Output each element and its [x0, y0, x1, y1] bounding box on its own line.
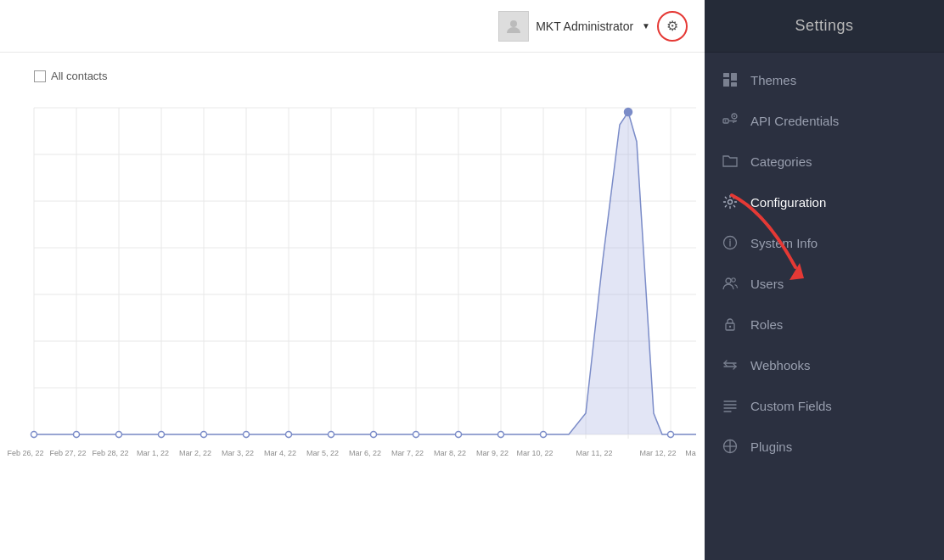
svg-point-34	[371, 432, 377, 438]
sidebar-item-configuration[interactable]: Configuration	[705, 182, 944, 222]
avatar	[498, 11, 529, 42]
settings-gear-button[interactable]: ⚙	[657, 11, 688, 42]
api-credentials-icon	[722, 112, 739, 129]
chart-legend: All contacts	[34, 70, 696, 82]
svg-text:Mar 12, 22: Mar 12, 22	[639, 449, 676, 457]
user-info: MKT Administrator ▼	[498, 11, 650, 42]
svg-point-37	[498, 432, 504, 438]
sidebar-item-users[interactable]: Users	[705, 263, 944, 304]
top-header: MKT Administrator ▼ ⚙	[0, 0, 705, 53]
svg-point-29	[159, 432, 165, 438]
sidebar-header: Settings	[705, 0, 944, 53]
svg-point-69	[728, 200, 733, 204]
chart-svg: Feb 26, 22 Feb 27, 22 Feb 28, 22 Mar 1, …	[0, 91, 696, 539]
svg-text:Mar: Mar	[685, 449, 696, 457]
themes-label: Themes	[750, 73, 796, 87]
svg-rect-59	[731, 73, 737, 81]
user-name: MKT Administrator	[536, 20, 633, 33]
svg-text:Mar 1, 22: Mar 1, 22	[137, 449, 169, 457]
svg-point-30	[201, 432, 207, 438]
svg-point-32	[286, 432, 292, 438]
custom-fields-icon	[722, 397, 739, 414]
svg-point-28	[116, 432, 122, 438]
themes-icon	[722, 71, 739, 88]
legend-checkbox[interactable]	[34, 70, 46, 82]
svg-point-72	[729, 239, 731, 241]
svg-text:Mar 10, 22: Mar 10, 22	[516, 449, 553, 457]
chart-area: All contacts	[0, 53, 705, 560]
roles-icon	[722, 316, 739, 333]
sidebar-item-roles[interactable]: Roles	[705, 304, 944, 344]
sidebar-item-webhooks[interactable]: Webhooks	[705, 344, 944, 385]
svg-point-76	[729, 326, 731, 328]
configuration-label: Configuration	[750, 195, 826, 210]
svg-text:Mar 5, 22: Mar 5, 22	[306, 449, 339, 457]
svg-rect-57	[723, 73, 729, 77]
svg-text:Mar 8, 22: Mar 8, 22	[434, 449, 466, 457]
plugins-icon	[722, 438, 739, 455]
users-icon	[722, 275, 739, 292]
sidebar-item-themes[interactable]: Themes	[705, 59, 944, 100]
svg-point-62	[725, 120, 727, 122]
svg-text:Mar 4, 22: Mar 4, 22	[264, 449, 296, 457]
svg-point-38	[541, 432, 547, 438]
main-content: MKT Administrator ▼ ⚙ All contacts	[0, 0, 705, 560]
svg-point-35	[413, 432, 419, 438]
settings-sidebar: Settings Themes	[705, 0, 944, 560]
categories-icon	[722, 153, 739, 170]
system-info-icon	[722, 234, 739, 251]
svg-text:Feb 26, 22: Feb 26, 22	[7, 449, 43, 457]
sidebar-item-plugins[interactable]: Plugins	[705, 426, 944, 467]
plugins-label: Plugins	[750, 440, 792, 454]
sidebar-item-system-info[interactable]: System Info	[705, 222, 944, 263]
custom-fields-label: Custom Fields	[750, 399, 832, 413]
api-credentials-label: API Credentials	[750, 114, 839, 128]
webhooks-icon	[722, 356, 739, 373]
categories-label: Categories	[750, 154, 812, 169]
svg-point-36	[456, 432, 462, 438]
roles-label: Roles	[750, 317, 783, 332]
sidebar-menu: Themes API Credentials	[705, 53, 944, 473]
svg-point-27	[74, 432, 80, 438]
sidebar-item-categories[interactable]: Categories	[705, 141, 944, 182]
user-dropdown-arrow[interactable]: ▼	[642, 21, 650, 31]
webhooks-label: Webhooks	[750, 358, 811, 372]
svg-point-1	[510, 20, 517, 27]
configuration-icon	[722, 193, 739, 210]
svg-point-31	[244, 432, 250, 438]
sidebar-item-custom-fields[interactable]: Custom Fields	[705, 385, 944, 426]
sidebar-item-api-credentials[interactable]: API Credentials	[705, 100, 944, 141]
svg-rect-60	[731, 82, 737, 87]
svg-point-73	[726, 278, 731, 283]
system-info-label: System Info	[750, 236, 818, 250]
svg-text:Mar 9, 22: Mar 9, 22	[476, 449, 509, 457]
svg-rect-58	[723, 79, 729, 87]
svg-text:Mar 6, 22: Mar 6, 22	[349, 449, 381, 457]
svg-text:Feb 28, 22: Feb 28, 22	[92, 449, 128, 457]
svg-text:Feb 27, 22: Feb 27, 22	[49, 449, 86, 457]
svg-point-74	[732, 278, 735, 282]
svg-point-26	[31, 432, 37, 438]
users-label: Users	[750, 277, 784, 291]
svg-text:Mar 3, 22: Mar 3, 22	[222, 449, 254, 457]
legend-label: All contacts	[51, 70, 107, 82]
svg-text:Mar 7, 22: Mar 7, 22	[391, 449, 424, 457]
svg-text:Mar 11, 22: Mar 11, 22	[576, 449, 612, 457]
sidebar-title: Settings	[795, 17, 853, 35]
svg-point-33	[329, 432, 334, 438]
svg-point-40	[668, 432, 674, 438]
gear-icon: ⚙	[666, 18, 678, 34]
svg-text:Mar 2, 22: Mar 2, 22	[179, 449, 211, 457]
svg-point-39	[625, 109, 632, 116]
